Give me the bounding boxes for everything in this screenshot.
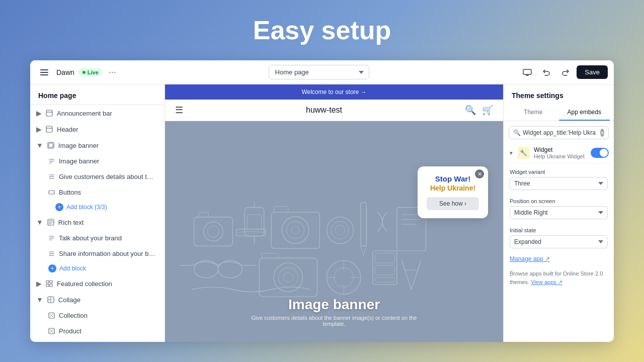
topbar-left: Dawn Live ··· — [36, 64, 118, 80]
featured-collection-chevron-icon: ▶ — [36, 280, 42, 288]
search-nav-icon[interactable]: 🔍 — [465, 105, 476, 116]
preview-area: Welcome to our store → ☰ huww-test 🔍 🛒 — [165, 84, 503, 342]
store-preview: Welcome to our store → ☰ huww-test 🔍 🛒 — [165, 84, 503, 342]
collection-1-label: Collection — [59, 312, 88, 319]
widget-name: Widget — [534, 146, 587, 153]
sidebar-item-collection-2[interactable]: Collection — [30, 339, 165, 342]
search-icon: 🔍 — [513, 129, 521, 136]
widget-toggle[interactable] — [591, 148, 609, 158]
page-select[interactable]: Home page About Contact — [269, 65, 369, 79]
widget-see-how-button[interactable]: See how › — [427, 197, 479, 210]
sidebar-item-share-info[interactable]: Share information about your b… — [30, 246, 165, 261]
svg-point-52 — [279, 268, 298, 287]
search-input[interactable] — [523, 129, 598, 136]
initial-state-label: Initial state — [510, 227, 608, 233]
product-frame-icon — [48, 328, 55, 334]
save-button[interactable]: Save — [577, 65, 608, 79]
sidebar-item-image-banner[interactable]: ▼ Image banner — [30, 137, 165, 153]
add-block-rich-text-label: Add block — [59, 265, 86, 272]
featured-collection-icon — [46, 280, 53, 287]
banner-area: Image banner Give customers details abou… — [165, 121, 503, 342]
redo-button[interactable] — [557, 64, 574, 80]
sidebar-item-image-banner-child[interactable]: Image banner — [30, 153, 165, 169]
undo-button[interactable] — [538, 64, 554, 80]
position-on-screen-select[interactable]: Middle Right Top Left Top Right Middle L… — [510, 206, 608, 219]
cart-nav-icon[interactable]: 🛒 — [482, 105, 493, 116]
add-block-plus-icon: + — [55, 203, 63, 211]
banner-text-overlay: Image banner Give customers details abou… — [250, 297, 419, 327]
store-announcement-bar: Welcome to our store → — [165, 84, 503, 100]
sidebar-item-give-customers[interactable]: Give customers details about t… — [30, 169, 165, 185]
main-content: Home page ▶ Announcement bar ▶ Header ▼ — [30, 84, 614, 342]
svg-rect-63 — [375, 265, 394, 275]
svg-rect-24 — [194, 217, 233, 246]
collection-1-frame-icon — [48, 312, 55, 319]
sidebar-item-rich-text[interactable]: ▼ Rich text — [30, 214, 165, 230]
sidebar-item-collection-1[interactable]: Collection — [30, 308, 165, 323]
buttons-label: Buttons — [59, 189, 81, 196]
talk-about-brand-label: Talk about your brand — [59, 234, 122, 242]
collage-label: Collage — [58, 296, 80, 304]
add-block-rich-text-button[interactable]: + Add block — [30, 261, 165, 276]
image-banner-child-label: Image banner — [59, 157, 99, 165]
text-icon — [48, 158, 55, 164]
share-info-label: Share information about your b… — [59, 250, 155, 257]
svg-rect-37 — [327, 217, 354, 244]
svg-point-53 — [283, 273, 293, 282]
sidebar-item-announcement-bar[interactable]: ▶ Announcement bar — [30, 105, 165, 121]
sidebar-item-header[interactable]: ▶ Header — [30, 121, 165, 137]
tab-app-embeds[interactable]: App embeds — [559, 105, 610, 121]
collage-icon — [47, 296, 54, 303]
svg-rect-15 — [50, 281, 52, 283]
svg-point-39 — [335, 225, 345, 235]
right-panel: Theme settings Theme App embeds 🔍 ✕ ▼ 🔧 … — [503, 84, 614, 342]
svg-rect-17 — [50, 284, 52, 287]
svg-point-47 — [218, 260, 243, 278]
sidebar-item-talk-about-brand[interactable]: Talk about your brand — [30, 230, 165, 246]
svg-point-56 — [334, 268, 353, 287]
nav-icons: 🔍 🛒 — [465, 105, 493, 116]
sidebar-item-buttons[interactable]: Buttons — [30, 185, 165, 200]
manage-app-link[interactable]: Manage app ↗ — [504, 251, 614, 266]
image-banner-section-icon — [47, 142, 54, 149]
svg-rect-64 — [375, 278, 394, 283]
svg-point-38 — [331, 221, 349, 239]
initial-state-select[interactable]: Expanded Collapsed — [510, 235, 608, 248]
widget-help-ukraine-text: Help Ukraine! — [427, 184, 479, 192]
svg-point-34 — [287, 221, 304, 239]
widget-close-button[interactable]: ✕ — [475, 169, 484, 178]
desktop-view-button[interactable] — [519, 64, 535, 80]
search-clear-button[interactable]: ✕ — [600, 129, 604, 137]
svg-point-46 — [194, 260, 218, 278]
image-banner-section-label: Image banner — [58, 142, 99, 149]
share-info-icon — [48, 250, 55, 257]
buttons-icon — [48, 189, 55, 196]
sidebar-item-featured-collection[interactable]: ▶ Featured collection — [30, 276, 165, 292]
position-on-screen-group: Position on screen Middle Right Top Left… — [504, 193, 614, 222]
add-block-image-banner-button[interactable]: + Add block (3/3) — [30, 200, 165, 214]
browse-text: Browse apps built for Online Store 2.0 t… — [504, 266, 614, 291]
hero-title: Easy setup — [253, 15, 391, 45]
svg-rect-3 — [523, 69, 531, 74]
sidebar-item-collage[interactable]: ▼ Collage — [30, 292, 165, 308]
sidebar-toggle-button[interactable] — [36, 64, 52, 80]
product-label: Product — [59, 327, 82, 335]
widget-variant-select[interactable]: Three One Two Four — [510, 177, 608, 190]
right-panel-tabs: Theme App embeds — [504, 105, 614, 121]
widget-expand-icon[interactable]: ▼ — [509, 150, 514, 156]
rich-text-section-icon — [47, 219, 54, 226]
tab-theme[interactable]: Theme — [508, 105, 559, 121]
more-options-button[interactable]: ··· — [107, 67, 118, 77]
rich-text-label: Rich text — [58, 219, 84, 226]
svg-rect-16 — [46, 284, 49, 287]
announcement-text: Welcome to our store → — [301, 88, 366, 96]
svg-rect-1 — [40, 72, 48, 73]
initial-state-group: Initial state Expanded Collapsed — [504, 222, 614, 251]
give-customers-label: Give customers details about t… — [59, 173, 153, 180]
header-label: Header — [57, 126, 78, 133]
sidebar-item-product[interactable]: Product — [30, 323, 165, 339]
search-box: 🔍 ✕ — [509, 126, 609, 139]
view-apps-link[interactable]: View apps ↗ — [531, 279, 562, 285]
hamburger-icon[interactable]: ☰ — [175, 105, 183, 116]
svg-rect-65 — [236, 229, 266, 236]
